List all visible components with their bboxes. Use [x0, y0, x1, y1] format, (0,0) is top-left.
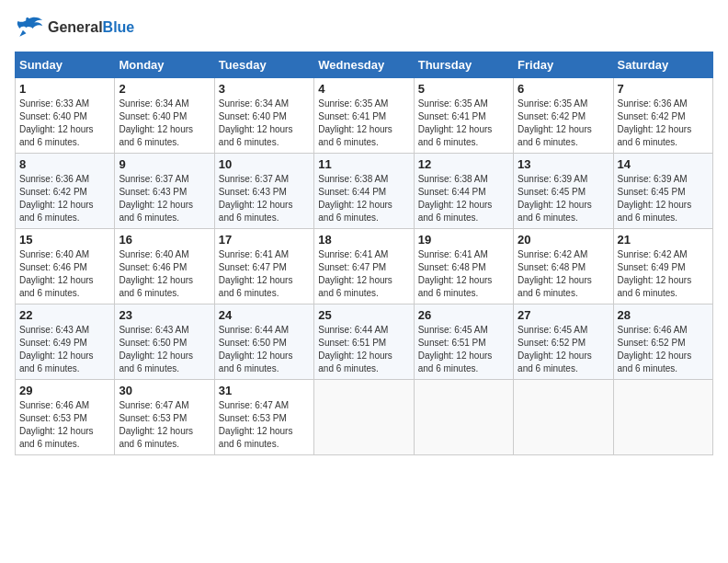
header-friday: Friday — [514, 52, 613, 78]
calendar-week-row: 15 Sunrise: 6:40 AMSunset: 6:46 PMDaylig… — [16, 229, 713, 304]
day-number: 7 — [618, 82, 709, 96]
day-number: 14 — [618, 157, 709, 171]
day-info: Sunrise: 6:42 AMSunset: 6:49 PMDaylight:… — [618, 248, 709, 300]
calendar-week-row: 8 Sunrise: 6:36 AMSunset: 6:42 PMDayligh… — [16, 154, 713, 229]
day-number: 4 — [318, 82, 409, 96]
calendar-cell: 30 Sunrise: 6:47 AMSunset: 6:53 PMDaylig… — [115, 380, 214, 455]
header-thursday: Thursday — [414, 52, 513, 78]
day-number: 19 — [418, 233, 509, 247]
day-info: Sunrise: 6:41 AMSunset: 6:47 PMDaylight:… — [318, 248, 409, 300]
calendar-cell: 20 Sunrise: 6:42 AMSunset: 6:48 PMDaylig… — [514, 229, 613, 304]
day-info: Sunrise: 6:38 AMSunset: 6:44 PMDaylight:… — [318, 173, 409, 224]
calendar-cell: 12 Sunrise: 6:38 AMSunset: 6:44 PMDaylig… — [414, 154, 513, 229]
day-info: Sunrise: 6:39 AMSunset: 6:45 PMDaylight:… — [518, 173, 609, 224]
calendar-table: Sunday Monday Tuesday Wednesday Thursday… — [15, 52, 713, 455]
calendar-cell — [414, 380, 513, 455]
day-info: Sunrise: 6:41 AMSunset: 6:47 PMDaylight:… — [219, 248, 310, 300]
day-info: Sunrise: 6:42 AMSunset: 6:48 PMDaylight:… — [518, 248, 609, 300]
day-number: 12 — [418, 157, 509, 171]
calendar-cell: 23 Sunrise: 6:43 AMSunset: 6:50 PMDaylig… — [115, 304, 214, 380]
day-info: Sunrise: 6:47 AMSunset: 6:53 PMDaylight:… — [219, 399, 310, 451]
calendar-cell: 5 Sunrise: 6:35 AMSunset: 6:41 PMDayligh… — [414, 78, 513, 154]
weekday-header-row: Sunday Monday Tuesday Wednesday Thursday… — [16, 52, 713, 78]
calendar-cell: 21 Sunrise: 6:42 AMSunset: 6:49 PMDaylig… — [613, 229, 712, 304]
calendar-week-row: 1 Sunrise: 6:33 AMSunset: 6:40 PMDayligh… — [16, 78, 713, 154]
day-number: 31 — [219, 384, 310, 397]
calendar-cell: 1 Sunrise: 6:33 AMSunset: 6:40 PMDayligh… — [16, 78, 115, 154]
calendar-cell: 18 Sunrise: 6:41 AMSunset: 6:47 PMDaylig… — [314, 229, 414, 304]
day-info: Sunrise: 6:45 AMSunset: 6:52 PMDaylight:… — [518, 324, 609, 375]
day-info: Sunrise: 6:35 AMSunset: 6:42 PMDaylight:… — [518, 98, 609, 149]
header-saturday: Saturday — [613, 52, 712, 78]
day-number: 1 — [19, 82, 110, 96]
day-info: Sunrise: 6:39 AMSunset: 6:45 PMDaylight:… — [618, 173, 709, 224]
day-info: Sunrise: 6:33 AMSunset: 6:40 PMDaylight:… — [19, 98, 110, 149]
calendar-cell: 16 Sunrise: 6:40 AMSunset: 6:46 PMDaylig… — [115, 229, 214, 304]
calendar-cell: 28 Sunrise: 6:46 AMSunset: 6:52 PMDaylig… — [613, 304, 712, 380]
header-sunday: Sunday — [16, 52, 115, 78]
logo-text: GeneralBlue — [48, 19, 134, 36]
calendar-cell — [613, 380, 712, 455]
calendar-cell: 29 Sunrise: 6:46 AMSunset: 6:53 PMDaylig… — [16, 380, 115, 455]
calendar-cell: 7 Sunrise: 6:36 AMSunset: 6:42 PMDayligh… — [613, 78, 712, 154]
day-info: Sunrise: 6:46 AMSunset: 6:53 PMDaylight:… — [19, 399, 110, 451]
day-number: 8 — [19, 157, 110, 171]
calendar-cell: 22 Sunrise: 6:43 AMSunset: 6:49 PMDaylig… — [16, 304, 115, 380]
day-info: Sunrise: 6:37 AMSunset: 6:43 PMDaylight:… — [219, 173, 310, 224]
header-monday: Monday — [115, 52, 214, 78]
calendar-body: 1 Sunrise: 6:33 AMSunset: 6:40 PMDayligh… — [16, 78, 713, 455]
day-number: 24 — [219, 308, 310, 322]
calendar-cell: 19 Sunrise: 6:41 AMSunset: 6:48 PMDaylig… — [414, 229, 513, 304]
day-number: 28 — [618, 308, 709, 322]
day-number: 27 — [518, 308, 609, 322]
calendar-cell: 6 Sunrise: 6:35 AMSunset: 6:42 PMDayligh… — [514, 78, 613, 154]
day-info: Sunrise: 6:41 AMSunset: 6:48 PMDaylight:… — [418, 248, 509, 300]
day-info: Sunrise: 6:36 AMSunset: 6:42 PMDaylight:… — [618, 98, 709, 149]
calendar-week-row: 29 Sunrise: 6:46 AMSunset: 6:53 PMDaylig… — [16, 380, 713, 455]
calendar-cell: 25 Sunrise: 6:44 AMSunset: 6:51 PMDaylig… — [314, 304, 414, 380]
calendar-cell: 15 Sunrise: 6:40 AMSunset: 6:46 PMDaylig… — [16, 229, 115, 304]
day-number: 25 — [318, 308, 409, 322]
day-number: 9 — [119, 157, 210, 171]
calendar-week-row: 22 Sunrise: 6:43 AMSunset: 6:49 PMDaylig… — [16, 304, 713, 380]
day-number: 18 — [318, 233, 409, 247]
logo-icon — [15, 15, 44, 40]
day-number: 16 — [119, 233, 210, 247]
calendar-cell: 10 Sunrise: 6:37 AMSunset: 6:43 PMDaylig… — [214, 154, 313, 229]
calendar-cell: 31 Sunrise: 6:47 AMSunset: 6:53 PMDaylig… — [214, 380, 313, 455]
day-info: Sunrise: 6:40 AMSunset: 6:46 PMDaylight:… — [119, 248, 210, 300]
calendar-cell: 27 Sunrise: 6:45 AMSunset: 6:52 PMDaylig… — [514, 304, 613, 380]
calendar-cell — [314, 380, 414, 455]
day-number: 2 — [119, 82, 210, 96]
day-number: 22 — [19, 308, 110, 322]
day-number: 10 — [219, 157, 310, 171]
day-info: Sunrise: 6:40 AMSunset: 6:46 PMDaylight:… — [19, 248, 110, 300]
day-number: 6 — [518, 82, 609, 96]
day-number: 13 — [518, 157, 609, 171]
day-number: 26 — [418, 308, 509, 322]
day-number: 20 — [518, 233, 609, 247]
day-number: 29 — [19, 384, 110, 397]
day-info: Sunrise: 6:47 AMSunset: 6:53 PMDaylight:… — [119, 399, 210, 451]
calendar-cell: 9 Sunrise: 6:37 AMSunset: 6:43 PMDayligh… — [115, 154, 214, 229]
day-info: Sunrise: 6:34 AMSunset: 6:40 PMDaylight:… — [219, 98, 310, 149]
day-number: 5 — [418, 82, 509, 96]
day-info: Sunrise: 6:35 AMSunset: 6:41 PMDaylight:… — [318, 98, 409, 149]
day-info: Sunrise: 6:37 AMSunset: 6:43 PMDaylight:… — [119, 173, 210, 224]
day-number: 30 — [119, 384, 210, 397]
page-header: GeneralBlue — [15, 15, 713, 40]
day-info: Sunrise: 6:44 AMSunset: 6:51 PMDaylight:… — [318, 324, 409, 375]
day-info: Sunrise: 6:46 AMSunset: 6:52 PMDaylight:… — [618, 324, 709, 375]
day-number: 23 — [119, 308, 210, 322]
day-number: 3 — [219, 82, 310, 96]
calendar-cell: 14 Sunrise: 6:39 AMSunset: 6:45 PMDaylig… — [613, 154, 712, 229]
header-wednesday: Wednesday — [314, 52, 414, 78]
day-info: Sunrise: 6:43 AMSunset: 6:50 PMDaylight:… — [119, 324, 210, 375]
calendar-cell: 8 Sunrise: 6:36 AMSunset: 6:42 PMDayligh… — [16, 154, 115, 229]
header-tuesday: Tuesday — [214, 52, 313, 78]
day-number: 11 — [318, 157, 409, 171]
calendar-cell: 3 Sunrise: 6:34 AMSunset: 6:40 PMDayligh… — [214, 78, 313, 154]
day-info: Sunrise: 6:36 AMSunset: 6:42 PMDaylight:… — [19, 173, 110, 224]
calendar-cell: 11 Sunrise: 6:38 AMSunset: 6:44 PMDaylig… — [314, 154, 414, 229]
day-info: Sunrise: 6:43 AMSunset: 6:49 PMDaylight:… — [19, 324, 110, 375]
